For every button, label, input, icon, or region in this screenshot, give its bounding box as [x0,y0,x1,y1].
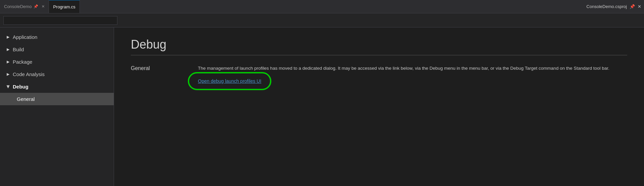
right-close-icon[interactable]: ✕ [638,4,641,9]
sidebar-item-label-debug: Debug [13,84,29,89]
tab-bar-left: ConsoleDemo 📌 ✕ Program.cs [0,0,80,13]
sidebar-item-general[interactable]: General [0,93,114,105]
tab-bar: ConsoleDemo 📌 ✕ Program.cs ConsoleDemo.c… [0,0,644,13]
sidebar-item-code-analysis[interactable]: ▶ Code Analysis [0,68,114,80]
right-filename: ConsoleDemo.csproj [586,4,627,9]
arrow-icon-code-analysis: ▶ [7,72,9,76]
arrow-icon-application: ▶ [7,35,9,39]
divider [131,55,627,55]
page-title: Debug [131,38,627,52]
content-area: Debug General The management of launch p… [114,27,644,186]
arrow-icon-package: ▶ [7,60,9,64]
arrow-icon-build: ▶ [7,47,9,52]
general-section-label: General [131,65,184,71]
consoledemo-close-icon[interactable]: ✕ [42,4,45,9]
sidebar-item-label-general: General [17,96,35,102]
consoledemo-tab-label: ConsoleDemo [4,4,32,9]
tab-bar-right: ConsoleDemo.csproj 📌 ✕ [586,4,644,9]
search-bar-area [0,13,644,27]
sidebar-item-build[interactable]: ▶ Build [0,43,114,56]
open-debug-launch-profiles-link[interactable]: Open debug launch profiles UI [198,78,261,84]
sidebar-item-label-code-analysis: Code Analysis [13,71,45,77]
general-section-content: The management of launch profiles has mo… [198,65,627,85]
search-input-box[interactable] [3,16,117,25]
sidebar-item-application[interactable]: ▶ Application [0,31,114,43]
main-layout: ▶ Application ▶ Build ▶ Package ▶ Code A… [0,27,644,186]
sidebar-item-label-build: Build [13,47,24,52]
general-section-row: General The management of launch profile… [131,65,627,85]
right-pin-icon: 📌 [630,4,635,9]
link-container: Open debug launch profiles UI [198,77,261,85]
sidebar-item-label-package: Package [13,59,32,65]
sidebar: ▶ Application ▶ Build ▶ Package ▶ Code A… [0,27,114,186]
pin-icon: 📌 [34,4,38,9]
sidebar-item-debug[interactable]: ▶ Debug [0,80,114,93]
consoledemo-tab[interactable]: ConsoleDemo 📌 ✕ [0,0,49,13]
programcs-tab[interactable]: Program.cs [49,0,79,13]
sidebar-item-package[interactable]: ▶ Package [0,56,114,68]
arrow-icon-debug: ▶ [6,85,10,88]
sidebar-item-label-application: Application [13,34,37,40]
general-description: The management of launch profiles has mo… [198,65,627,72]
programcs-tab-label: Program.cs [53,4,75,9]
